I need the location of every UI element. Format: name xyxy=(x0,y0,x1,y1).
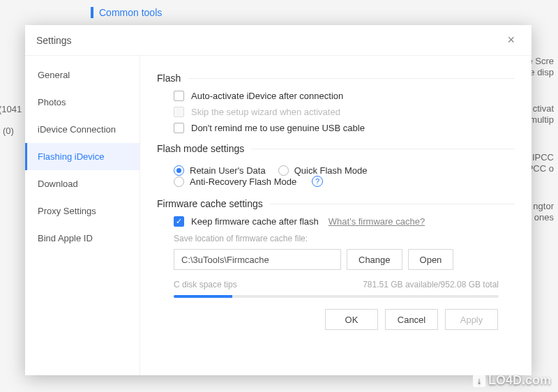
cancel-button[interactable]: Cancel xyxy=(385,309,438,330)
checkbox-keep-firmware-cache[interactable] xyxy=(174,216,184,227)
sidebar-item-label: Bind Apple ID xyxy=(38,233,93,243)
download-icon: ↓ xyxy=(473,375,485,387)
radio-icon xyxy=(278,165,289,176)
bg-text: multip xyxy=(529,114,554,125)
radio-label: Quick Flash Mode xyxy=(294,165,368,176)
radio-label: Retain User's Data xyxy=(190,165,266,176)
checkbox-dont-remind-cable[interactable] xyxy=(174,123,184,133)
sidebar-item-label: Download xyxy=(38,179,78,189)
settings-content: Flash Auto-activate iDevice after connec… xyxy=(140,56,531,375)
radio-quick-flash-mode[interactable]: Quick Flash Mode xyxy=(278,165,368,176)
sidebar-item-label: Proxy Settings xyxy=(38,206,96,216)
bg-text: (0) xyxy=(3,126,14,136)
sidebar-item-general[interactable]: General xyxy=(25,61,140,89)
sidebar-item-download[interactable]: Download xyxy=(25,170,140,197)
bg-text: IPCC xyxy=(532,152,554,163)
dialog-header: Settings × xyxy=(25,25,531,56)
save-location-label: Save location of firmware cache file: xyxy=(157,229,515,246)
sidebar-item-idevice-connection[interactable]: iDevice Connection xyxy=(25,116,140,143)
sidebar-item-label: Photos xyxy=(38,97,66,107)
section-title-firmware-cache: Firmware cache settings xyxy=(157,198,515,209)
bg-text: ngtor xyxy=(533,201,554,211)
checkbox-skip-wizard xyxy=(174,107,184,117)
bg-text: (1041 xyxy=(0,104,22,114)
firmware-cache-path-input[interactable] xyxy=(174,249,341,270)
watermark: ↓ LO4D.com xyxy=(473,373,551,388)
bg-text: ones xyxy=(534,212,554,223)
link-whats-firmware-cache[interactable]: What's firmware cache? xyxy=(329,216,425,227)
open-button[interactable]: Open xyxy=(408,249,454,270)
dialog-title: Settings xyxy=(36,35,72,46)
checkbox-auto-activate[interactable] xyxy=(174,91,184,101)
sidebar-item-bind-apple-id[interactable]: Bind Apple ID xyxy=(25,225,140,252)
section-title-flash-mode: Flash mode settings xyxy=(157,143,515,154)
radio-icon xyxy=(174,165,184,176)
checkbox-label: Don't remind me to use genuine USB cable xyxy=(191,123,365,133)
sidebar-item-photos[interactable]: Photos xyxy=(25,89,140,116)
checkbox-label: Keep firmware cache after flash xyxy=(191,216,319,227)
sidebar-item-proxy-settings[interactable]: Proxy Settings xyxy=(25,197,140,225)
radio-icon xyxy=(174,176,184,187)
ok-button[interactable]: OK xyxy=(325,309,378,330)
sidebar-item-label: General xyxy=(38,70,70,80)
radio-label: Anti-Recovery Flash Mode xyxy=(190,176,296,187)
disk-tips-label: C disk space tips xyxy=(174,280,237,289)
section-title-flash: Flash xyxy=(157,73,515,84)
help-icon[interactable]: ? xyxy=(312,176,323,187)
disk-space-value: 781.51 GB available/952.08 GB total xyxy=(363,280,499,289)
change-button[interactable]: Change xyxy=(347,249,402,270)
radio-anti-recovery-flash-mode[interactable]: Anti-Recovery Flash Mode xyxy=(174,176,296,187)
sidebar-item-label: Flashing iDevice xyxy=(38,151,104,162)
sidebar-item-label: iDevice Connection xyxy=(38,124,116,135)
bg-text: e disp xyxy=(529,67,554,77)
settings-sidebar: General Photos iDevice Connection Flashi… xyxy=(25,56,140,375)
dialog-footer: OK Cancel Apply xyxy=(157,298,515,342)
checkbox-label: Skip the setup wizard when activated xyxy=(191,107,340,117)
bg-text: e Scre xyxy=(527,56,554,66)
apply-button: Apply xyxy=(445,309,498,330)
sidebar-item-flashing-idevice[interactable]: Flashing iDevice xyxy=(25,143,140,170)
radio-retain-users-data[interactable]: Retain User's Data xyxy=(174,165,266,176)
bg-common-tools: Common tools xyxy=(91,7,162,18)
bg-text: ctivat xyxy=(533,103,554,114)
checkbox-label: Auto-activate iDevice after connection xyxy=(191,91,343,101)
settings-dialog: Settings × General Photos iDevice Connec… xyxy=(25,25,531,375)
close-icon[interactable]: × xyxy=(502,30,520,50)
